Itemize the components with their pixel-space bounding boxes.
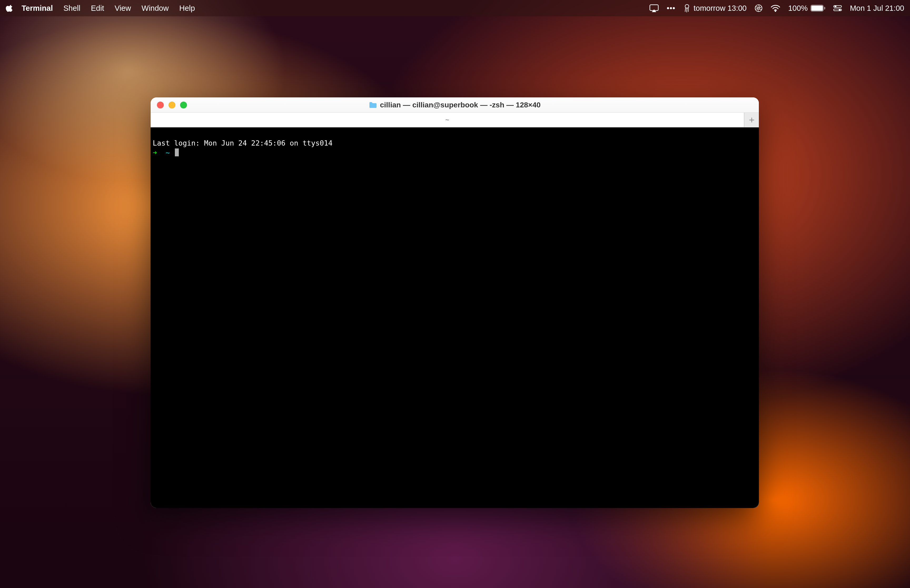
- new-tab-button[interactable]: [744, 113, 759, 127]
- control-center-icon[interactable]: [833, 5, 842, 11]
- camera-aperture-icon[interactable]: [754, 4, 763, 12]
- menu-edit[interactable]: Edit: [86, 0, 109, 16]
- window-title: cillian — cillian@superbook — -zsh — 128…: [369, 101, 541, 109]
- prompt-arrow: ➜: [153, 149, 157, 157]
- close-button[interactable]: [157, 102, 164, 108]
- terminal-cursor: [175, 149, 179, 156]
- zoom-button[interactable]: [180, 102, 187, 108]
- apple-logo-icon: [6, 4, 13, 13]
- menubar-left: Terminal Shell Edit View Window Help: [6, 0, 200, 16]
- weather-text: tomorrow 13:00: [693, 4, 747, 13]
- app-name-menu[interactable]: Terminal: [16, 0, 58, 16]
- apple-menu[interactable]: [6, 4, 16, 13]
- battery-icon: [810, 5, 825, 11]
- menubar-right: tomorrow 13:00 100%: [649, 4, 904, 13]
- folder-icon: [369, 102, 377, 108]
- menu-shell[interactable]: Shell: [58, 0, 86, 16]
- tab-active[interactable]: ~: [150, 113, 744, 127]
- svg-point-3: [670, 7, 672, 9]
- overflow-icon[interactable]: [667, 7, 675, 10]
- tab-bar: ~: [150, 113, 759, 128]
- menubar-clock[interactable]: Mon 1 Jul 21:00: [850, 4, 904, 13]
- menu-help[interactable]: Help: [174, 0, 200, 16]
- wifi-icon[interactable]: [771, 5, 780, 12]
- window-title-text: cillian — cillian@superbook — -zsh — 128…: [380, 101, 541, 109]
- traffic-lights: [157, 102, 187, 108]
- svg-point-11: [839, 9, 840, 11]
- prompt-path: ~: [166, 149, 170, 157]
- svg-point-7: [775, 11, 776, 12]
- screen-mirroring-icon[interactable]: [649, 4, 659, 12]
- window-titlebar[interactable]: cillian — cillian@superbook — -zsh — 128…: [150, 97, 759, 113]
- weather-status[interactable]: tomorrow 13:00: [683, 4, 747, 13]
- minimize-button[interactable]: [168, 102, 175, 108]
- last-login-line: Last login: Mon Jun 24 22:45:06 on ttys0…: [153, 139, 757, 148]
- svg-point-9: [834, 5, 836, 7]
- battery-pct: 100%: [788, 4, 808, 13]
- svg-point-2: [667, 7, 669, 9]
- svg-point-4: [673, 7, 675, 9]
- menu-window[interactable]: Window: [136, 0, 174, 16]
- menu-view[interactable]: View: [109, 0, 136, 16]
- prompt-line: ➜ ~: [153, 148, 757, 157]
- menubar: Terminal Shell Edit View Window Help: [0, 0, 910, 16]
- plus-icon: [748, 117, 755, 123]
- terminal-content[interactable]: Last login: Mon Jun 24 22:45:06 on ttys0…: [150, 128, 759, 508]
- battery-status[interactable]: 100%: [788, 4, 825, 13]
- tab-label: ~: [445, 116, 449, 124]
- svg-point-6: [755, 5, 762, 11]
- weather-icon: [683, 4, 691, 13]
- terminal-window[interactable]: cillian — cillian@superbook — -zsh — 128…: [150, 97, 759, 508]
